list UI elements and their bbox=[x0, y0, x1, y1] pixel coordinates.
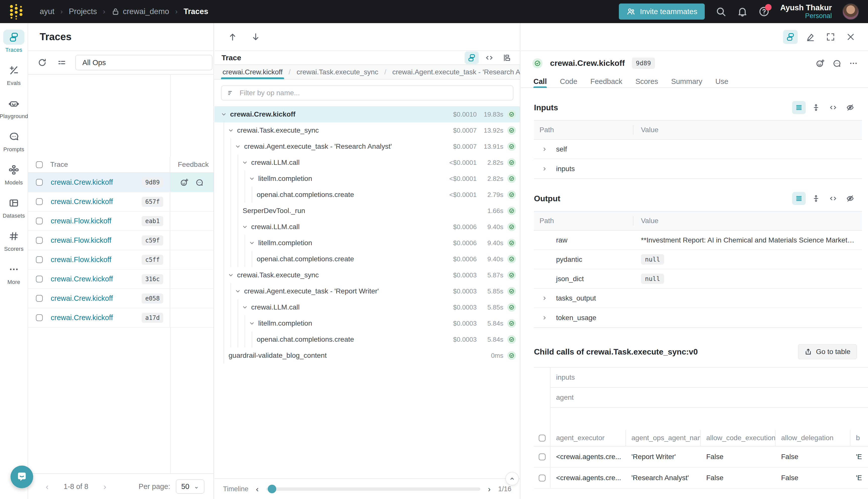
chevron-right-icon[interactable] bbox=[542, 146, 550, 152]
comment-icon[interactable] bbox=[832, 59, 841, 68]
flame-view-button[interactable] bbox=[500, 51, 514, 64]
row-checkbox[interactable] bbox=[36, 237, 43, 244]
chevron-down-icon[interactable] bbox=[241, 159, 250, 166]
trace-link[interactable]: crewai.Crew.kickoff bbox=[51, 294, 113, 303]
sidebar-item[interactable]: Traces bbox=[1, 30, 27, 53]
row-checkbox[interactable] bbox=[539, 453, 546, 460]
trace-tree-row[interactable]: crewai.Task.execute_sync $0.0003 5.87s bbox=[214, 267, 520, 283]
tree-view-button[interactable] bbox=[464, 51, 479, 64]
trace-tree-row[interactable]: crewai.Crew.kickoff $0.0010 19.83s bbox=[214, 106, 520, 122]
timeline-next-button[interactable]: › bbox=[488, 484, 491, 494]
output-row[interactable]: json_dict nullnull bbox=[534, 269, 862, 289]
trace-tree-row[interactable]: openai.chat.completions.create $0.0006 9… bbox=[214, 251, 520, 267]
hide-values-button[interactable] bbox=[843, 101, 857, 114]
row-checkbox[interactable] bbox=[36, 314, 43, 321]
add-reaction-icon[interactable] bbox=[180, 178, 189, 187]
output-row[interactable]: raw **Investment Report: AI in Chemical … bbox=[534, 231, 862, 250]
column-header[interactable]: b bbox=[851, 430, 868, 446]
detail-tab[interactable]: Code bbox=[560, 75, 577, 87]
trace-link[interactable]: crewai.Flow.kickoff bbox=[51, 217, 111, 225]
row-checkbox[interactable] bbox=[36, 179, 43, 186]
chevron-down-icon[interactable] bbox=[235, 288, 243, 294]
detail-tab[interactable]: Call bbox=[533, 75, 547, 87]
avatar[interactable] bbox=[842, 3, 859, 20]
breadcrumb-entity[interactable]: ayut bbox=[40, 7, 54, 16]
refresh-button[interactable] bbox=[36, 57, 48, 69]
trace-tree-row[interactable]: SerperDevTool._run 1.66s bbox=[214, 203, 520, 219]
trace-row[interactable]: crewai.Flow.kickoff c5ff bbox=[28, 250, 213, 270]
row-checkbox[interactable] bbox=[36, 218, 43, 224]
row-checkbox[interactable] bbox=[36, 198, 43, 205]
op-name-filter-input[interactable]: Filter by op name... bbox=[221, 85, 513, 100]
sidebar-item[interactable]: Prompts bbox=[1, 129, 27, 153]
expand-rows-button[interactable] bbox=[809, 101, 823, 114]
go-to-table-button[interactable]: Go to table bbox=[798, 344, 857, 359]
column-header[interactable]: allow_delegation bbox=[776, 430, 851, 446]
sidebar-item[interactable]: Models bbox=[1, 162, 27, 186]
column-header[interactable]: agent_ops_agent_nan bbox=[626, 430, 701, 446]
trace-row[interactable]: crewai.Crew.kickoff 9d89 bbox=[28, 173, 213, 192]
timeline-prev-button[interactable]: ‹ bbox=[256, 484, 259, 494]
code-view-button[interactable] bbox=[482, 51, 496, 64]
trace-link[interactable]: crewai.Crew.kickoff bbox=[51, 197, 113, 206]
chevron-down-icon[interactable] bbox=[227, 272, 236, 278]
trace-tree-row[interactable]: openai.chat.completions.create $0.0003 5… bbox=[214, 331, 520, 348]
breadcrumb-project[interactable]: crewai_demo bbox=[111, 7, 169, 16]
select-all-checkbox[interactable] bbox=[36, 161, 43, 168]
prev-page-button[interactable]: ‹ bbox=[46, 482, 49, 491]
child-call-row[interactable]: <crewai.agents.cre... 'Report Writer' Fa… bbox=[534, 447, 868, 467]
sidebar-item[interactable]: Scorers bbox=[1, 229, 27, 252]
ops-filter-select[interactable]: All Ops bbox=[75, 55, 212, 70]
chevron-right-icon[interactable] bbox=[542, 315, 550, 321]
trace-tree-row[interactable]: crewai.LLM.call <$0.0001 2.82s bbox=[214, 155, 520, 171]
timeline-slider-knob[interactable] bbox=[268, 485, 276, 493]
detail-tab[interactable]: Use bbox=[715, 75, 728, 87]
previous-call-button[interactable] bbox=[226, 31, 239, 43]
child-call-row[interactable]: <crewai.agents.cre... 'Research Analyst'… bbox=[534, 467, 868, 489]
timeline-slider[interactable] bbox=[266, 487, 481, 491]
show-trace-tree-button[interactable] bbox=[783, 30, 798, 44]
list-view-button[interactable] bbox=[792, 192, 806, 205]
search-icon[interactable] bbox=[715, 6, 726, 17]
trace-tree-row[interactable]: crewai.LLM.call $0.0003 5.85s bbox=[214, 299, 520, 315]
trace-tree-row[interactable]: guardrail-validate_blog_content 0ms bbox=[214, 348, 520, 364]
more-options-icon[interactable] bbox=[849, 59, 858, 68]
sidebar-item[interactable]: Evals bbox=[1, 63, 27, 86]
hide-values-button[interactable] bbox=[843, 192, 857, 205]
chevron-down-icon[interactable] bbox=[221, 111, 229, 118]
edit-button[interactable] bbox=[803, 30, 818, 44]
chevron-right-icon[interactable] bbox=[542, 295, 550, 301]
trace-row[interactable]: crewai.Crew.kickoff e058 bbox=[28, 289, 213, 308]
wandb-logo-icon[interactable] bbox=[9, 3, 25, 20]
trace-tree-row[interactable]: crewai.LLM.call $0.0006 9.40s bbox=[214, 219, 520, 235]
next-page-button[interactable]: › bbox=[103, 482, 106, 491]
per-page-select[interactable]: 50 ⌄ bbox=[176, 479, 204, 494]
notifications-bell-icon[interactable] bbox=[737, 6, 748, 17]
code-view-button[interactable] bbox=[826, 192, 840, 205]
output-row[interactable]: pydantic nullnull bbox=[534, 250, 862, 269]
trace-column-header[interactable]: Trace bbox=[50, 160, 170, 169]
user-menu[interactable]: Ayush Thakur Personal bbox=[780, 3, 832, 20]
trace-path-tab[interactable]: crewai.Crew.kickoff bbox=[221, 65, 284, 79]
detail-tab[interactable]: Feedback bbox=[591, 75, 622, 87]
trace-tree-row[interactable]: crewai.Task.execute_sync $0.0007 13.92s bbox=[214, 122, 520, 138]
next-call-button[interactable] bbox=[250, 31, 262, 43]
sidebar-item[interactable]: Playground bbox=[1, 96, 27, 120]
trace-tree-row[interactable]: crewai.Agent.execute_task - 'Research An… bbox=[214, 138, 520, 155]
chevron-down-icon[interactable] bbox=[249, 320, 257, 327]
manage-columns-button[interactable] bbox=[56, 57, 68, 69]
trace-link[interactable]: crewai.Crew.kickoff bbox=[51, 275, 113, 283]
expand-rows-button[interactable] bbox=[809, 192, 823, 205]
close-icon[interactable] bbox=[843, 30, 858, 44]
select-all-checkbox[interactable] bbox=[539, 435, 546, 441]
code-view-button[interactable] bbox=[826, 101, 840, 114]
trace-link[interactable]: crewai.Flow.kickoff bbox=[51, 256, 111, 264]
trace-link[interactable]: crewai.Crew.kickoff bbox=[51, 314, 113, 322]
trace-tree-row[interactable]: litellm.completion <$0.0001 2.82s bbox=[214, 171, 520, 187]
row-checkbox[interactable] bbox=[539, 475, 546, 482]
trace-link[interactable]: crewai.Flow.kickoff bbox=[51, 236, 111, 244]
column-header[interactable]: allow_code_execution bbox=[701, 430, 776, 446]
trace-row[interactable]: crewai.Crew.kickoff 316c bbox=[28, 270, 213, 289]
add-reaction-icon[interactable] bbox=[816, 59, 825, 68]
trace-row[interactable]: crewai.Flow.kickoff c59f bbox=[28, 231, 213, 250]
